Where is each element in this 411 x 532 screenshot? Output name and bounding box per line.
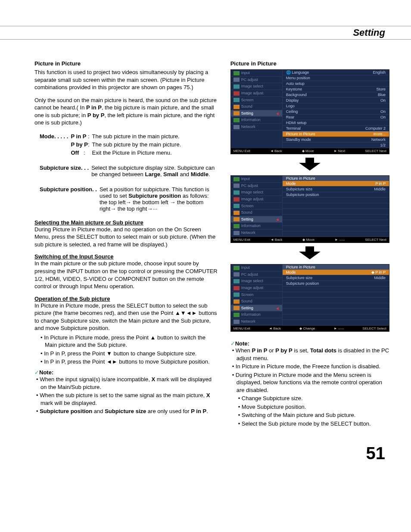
- menu-icon: [234, 224, 240, 228]
- check-icon: ✓: [230, 340, 235, 347]
- osd-side-item: Network: [231, 230, 282, 236]
- svg-marker-0: [299, 158, 321, 171]
- osd-side-item: Information: [231, 117, 282, 124]
- osd-side-label: PC adjust: [241, 184, 258, 188]
- text-bold: P in P: [191, 408, 206, 414]
- mode-pbyp-desc: The sub picture by the main picture.: [92, 141, 183, 148]
- osd-side-item: Information: [231, 223, 282, 230]
- text-bold: Middle: [191, 171, 209, 177]
- osd-sidebar: InputPC adjustImage selectImage adjustSc…: [231, 264, 283, 326]
- list-item: • In P in P, press the Point ◄► buttons …: [40, 358, 218, 366]
- osd-row-label: Subpicture size: [286, 276, 313, 280]
- text: is set,: [293, 347, 310, 354]
- text-bold: P in P: [252, 347, 267, 354]
- osd-main-row: KeystoneStore: [283, 87, 389, 92]
- osd-side-item: Sound: [231, 209, 282, 216]
- arrow-down-icon: [230, 158, 389, 172]
- subpos-desc: Set a position for subpicture. This func…: [100, 186, 217, 212]
- osd-empty-row: [283, 292, 389, 298]
- osd-row-value: Middle: [374, 187, 386, 191]
- right-column: Picture in Picture InputPC adjustImage s…: [230, 60, 389, 431]
- osd-side-item: Image adjust: [231, 90, 282, 97]
- osd-side-label: Image adjust: [241, 286, 264, 290]
- osd-side-label: Screen: [241, 292, 254, 297]
- text-bold: Total dots: [310, 347, 336, 354]
- op-text: In Picture in Picture mode, press the SE…: [34, 302, 218, 332]
- sel-heading: Selecting the Main picture or Sub pictur…: [34, 219, 218, 226]
- text: and: [178, 171, 191, 177]
- subpos-label: Subpicture position: [40, 186, 92, 193]
- osd-footer-item: ◄ Back: [269, 327, 281, 330]
- right-heading: Picture in Picture: [230, 60, 389, 67]
- osd-empty-row: [283, 314, 389, 320]
- osd-side-label: PC adjust: [241, 272, 258, 277]
- osd-side-item: Network: [231, 318, 282, 325]
- osd-footer: MENU Exit◄ Back◆ Move► NextSELECT Next: [231, 148, 389, 154]
- osd-side-label: Image select: [241, 190, 263, 194]
- osd-side-item: Setting ◄: [231, 110, 282, 117]
- list-item: • Change Subpicture size.: [238, 395, 389, 402]
- osd-side-item: Sound: [231, 298, 282, 305]
- osd-row-label: Subpicture size: [286, 187, 313, 191]
- osd-empty-row: [283, 320, 389, 326]
- osd-side-label: PC adjust: [241, 78, 258, 82]
- osd-empty-row: [283, 309, 389, 314]
- osd-row-label: 🌐 Language: [286, 70, 309, 75]
- content-area: Picture in Picture This function is used…: [34, 60, 389, 431]
- sel-text: During Picture in Picture mode, and no o…: [34, 226, 218, 249]
- header-title: Setting: [353, 27, 385, 38]
- osd-row-value: Middle: [374, 276, 386, 280]
- menu-icon: [234, 125, 240, 129]
- osd-main-title: Picture in Picture: [283, 176, 389, 181]
- list-item: • Subpicture position and Subpicture siz…: [36, 408, 218, 415]
- osd-row-label: HDMI setup: [286, 121, 307, 125]
- osd-row-label: Menu position: [286, 76, 310, 80]
- osd-side-label: Sound: [241, 210, 252, 215]
- osd-side-item: Setting ◄: [231, 305, 282, 312]
- osd-main: Picture in PictureMode◆ P in PSubpicture…: [283, 264, 389, 326]
- osd-side-item: Input: [231, 70, 282, 77]
- osd-row-label: Rear: [286, 115, 295, 119]
- osd-side-item: PC adjust: [231, 183, 282, 190]
- osd-footer-item: ◆ Move: [302, 149, 314, 153]
- text-bold: X: [152, 376, 156, 383]
- osd-empty-row: [283, 220, 389, 226]
- osd-side-label: Image select: [241, 84, 263, 88]
- osd-row-label: Terminal: [286, 126, 301, 131]
- osd-footer: MENU Exit◄ Back◆ Move► -----SELECT Next: [231, 237, 389, 243]
- osd-footer-item: SELECT Next: [365, 149, 386, 153]
- osd-side-item: Screen: [231, 292, 282, 299]
- osd-row-label: Mode: [286, 181, 296, 186]
- osd-side-label: Setting: [241, 111, 253, 115]
- dots: . . .: [81, 165, 89, 171]
- osd-footer-item: ◄ Back: [271, 238, 283, 242]
- osd-main-row: Standby modeNetwork: [283, 137, 389, 143]
- menu-icon: [234, 204, 240, 208]
- text: as follows:: [181, 193, 209, 199]
- osd-side-item: Screen: [231, 203, 282, 210]
- osd-row-label: Standby mode: [286, 137, 311, 142]
- list-item: • Select the Sub picture mode by the SEL…: [238, 420, 389, 428]
- osd-row-value: Blue: [378, 93, 386, 97]
- osd-row-value: ◆ P in P: [371, 270, 386, 274]
- osd-side-label: Image select: [241, 279, 263, 283]
- osd-side-label: Screen: [241, 98, 254, 102]
- check-icon: ✓: [34, 369, 39, 376]
- text: the top left→ the bottom left → the bott…: [100, 199, 203, 212]
- osd-main-row: DisplayOn: [283, 98, 389, 103]
- menu-icon: [234, 231, 240, 235]
- text-bold: Subpicture size: [105, 408, 146, 414]
- osd-footer-item: MENU Exit: [234, 327, 250, 330]
- text-bold: P by P: [87, 112, 105, 118]
- osd-side-item: Input: [231, 264, 282, 271]
- text: .: [206, 408, 208, 414]
- text: mark will be displayed.: [40, 400, 97, 406]
- page: Setting Picture in Picture This function…: [0, 0, 411, 480]
- osd-side-item: Image select: [231, 83, 282, 90]
- osd-side-label: Sound: [241, 104, 252, 109]
- subsize-label: Subpicture size: [40, 165, 81, 171]
- list-item: • In Picture in Picture mode, the Freeze…: [232, 363, 389, 370]
- text-bold: P by P: [275, 347, 293, 354]
- text-bold: Large: [145, 171, 160, 177]
- osd-row-value: Store: [376, 87, 386, 91]
